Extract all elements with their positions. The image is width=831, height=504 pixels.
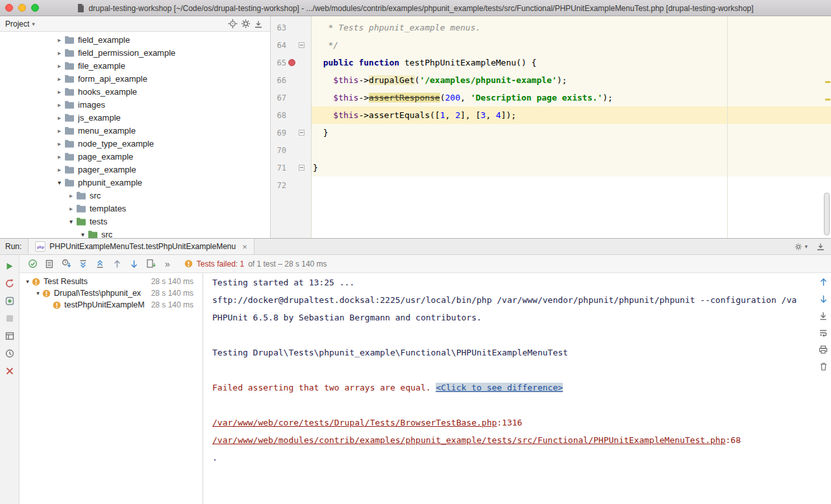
chevron-down-icon[interactable]: ▾ [66, 218, 76, 225]
chevron-down-icon[interactable]: ▾ [23, 278, 32, 285]
console-text: . [212, 453, 217, 462]
code-line-content[interactable] [312, 141, 831, 159]
chevron-right-icon[interactable]: ▸ [55, 101, 64, 108]
code-line-content[interactable]: } [312, 159, 831, 176]
hide-panel-button[interactable] [252, 18, 265, 30]
run-left-toolbar [0, 255, 19, 504]
scroll-to-end-button[interactable] [817, 310, 829, 322]
chevron-right-icon[interactable]: ▸ [55, 127, 64, 134]
code-token: 2 [455, 110, 460, 120]
file-link[interactable]: /var/www/web/core/tests/Drupal/Tests/Bro… [212, 418, 497, 427]
diff-link[interactable]: <Click to see difference> [436, 383, 563, 392]
project-tree-item[interactable]: ▸file_example [0, 59, 270, 72]
project-item-label: menu_example [78, 126, 136, 136]
settings-gear-button[interactable] [239, 18, 252, 30]
project-tree-item[interactable]: ▸page_example [0, 150, 270, 163]
chevron-right-icon[interactable]: ▸ [55, 62, 64, 69]
code-line-content[interactable]: */ [312, 36, 831, 54]
print-button[interactable] [817, 344, 829, 355]
test-tree-item[interactable]: ▾Drupal\Tests\phpunit_ex28 s 140 ms [19, 287, 203, 299]
chevron-right-icon[interactable]: ▸ [55, 166, 64, 173]
chevron-right-icon[interactable]: ▸ [66, 192, 76, 199]
project-tree-item[interactable]: ▸field_permission_example [0, 46, 270, 59]
project-tree-item[interactable]: ▸templates [0, 202, 270, 215]
chevron-right-icon[interactable]: ▸ [55, 140, 64, 147]
code-line: 72 [271, 176, 831, 194]
line-number: 63 [271, 23, 286, 32]
project-tree-item[interactable]: ▾tests [0, 215, 270, 228]
maximize-window-button[interactable] [31, 4, 39, 12]
code-line-content[interactable]: $this->assertEquals([1, 2], [3, 4]); [312, 106, 831, 124]
collapse-all-button[interactable] [92, 256, 108, 272]
close-tab-icon[interactable]: × [242, 242, 247, 252]
project-tree-item[interactable]: ▸form_api_example [0, 72, 270, 85]
project-tree-item[interactable]: ▸pager_example [0, 163, 270, 176]
show-ignored-button[interactable] [42, 256, 57, 272]
chevron-right-icon[interactable]: ▸ [55, 75, 64, 82]
stop-button[interactable] [4, 313, 16, 324]
show-passed-button[interactable] [25, 256, 40, 272]
console-output[interactable]: Testing started at 13:25 ...sftp://docke… [203, 273, 831, 504]
editor-scrollbar[interactable] [824, 193, 830, 235]
clear-console-button[interactable] [817, 361, 829, 372]
code-line-content[interactable]: public function testPhpUnitExampleMenu()… [312, 54, 831, 71]
chevron-right-icon[interactable]: ▸ [55, 36, 64, 43]
project-item-label: field_permission_example [78, 48, 175, 58]
project-tree-item[interactable]: ▸menu_example [0, 124, 270, 137]
chevron-right-icon[interactable]: ▸ [55, 114, 64, 121]
project-tree-item[interactable]: ▾phpunit_example [0, 176, 270, 189]
project-tree-item[interactable]: ▸hooks_example [0, 85, 270, 98]
warning-stripe-mark[interactable] [825, 81, 830, 83]
toolbar-overflow-button[interactable]: » [160, 259, 175, 269]
chevron-down-icon[interactable]: ▾ [34, 290, 42, 296]
file-link[interactable]: /var/www/web/modules/contrib/examples/ph… [212, 435, 726, 445]
chevron-right-icon[interactable]: ▸ [55, 88, 64, 95]
scroll-from-source-button[interactable] [226, 18, 239, 30]
code-line-content[interactable]: * Tests phpunit_example menus. [312, 19, 831, 36]
hide-run-panel-button[interactable] [814, 240, 827, 253]
previous-failed-test-button[interactable] [109, 256, 125, 272]
project-tree-item[interactable]: ▸field_example [0, 33, 270, 46]
close-run-panel-button[interactable] [4, 365, 16, 377]
warning-stripe-mark[interactable] [825, 99, 830, 101]
chevron-right-icon[interactable]: ▸ [66, 205, 76, 212]
project-view-selector[interactable]: Project ▾ [5, 19, 35, 29]
code-token [313, 93, 333, 102]
sort-by-duration-button[interactable] [58, 256, 74, 272]
run-tab[interactable]: php PHPUnitExampleMenuTest.testPhpUnitEx… [28, 239, 254, 254]
minimize-window-button[interactable] [18, 4, 26, 12]
breakpoint-icon[interactable] [288, 59, 295, 66]
test-tree-item[interactable]: ▾Test Results28 s 140 ms [19, 276, 203, 287]
chevron-down-icon[interactable]: ▾ [78, 231, 88, 238]
expand-all-button[interactable] [75, 256, 91, 272]
code-line-content[interactable]: } [312, 124, 831, 141]
code-line-content[interactable] [312, 176, 831, 194]
chevron-down-icon[interactable]: ▾ [55, 179, 64, 186]
restore-layout-button[interactable] [4, 330, 16, 342]
next-failed-test-button[interactable] [126, 256, 142, 272]
chevron-right-icon[interactable]: ▸ [55, 153, 64, 160]
next-occurrence-button[interactable] [817, 293, 829, 305]
project-tree-item[interactable]: ▸src [0, 189, 270, 202]
history-button[interactable] [4, 348, 16, 359]
fold-marker-icon[interactable] [299, 42, 304, 48]
code-line-content[interactable]: $this->drupalGet('/examples/phpunit-exam… [312, 71, 831, 89]
close-window-button[interactable] [5, 4, 13, 12]
code-line-content[interactable]: $this->assertResponse(200, 'Description … [312, 89, 831, 106]
run-settings-gear-button[interactable]: ▾ [795, 240, 808, 253]
rerun-failed-tests-button[interactable] [4, 278, 16, 289]
project-tree-item[interactable]: ▸js_example [0, 111, 270, 124]
toggle-auto-test-button[interactable] [4, 295, 16, 307]
project-tree-item[interactable]: ▾src [0, 228, 270, 238]
soft-wrap-button[interactable] [817, 327, 829, 339]
project-tree-item[interactable]: ▸node_type_example [0, 137, 270, 150]
previous-occurrence-button[interactable] [817, 276, 829, 288]
import-test-results-button[interactable] [143, 256, 158, 272]
test-tree-item[interactable]: testPhpUnitExampleM28 s 140 ms [19, 299, 203, 311]
chevron-right-icon[interactable]: ▸ [55, 49, 64, 56]
fold-marker-icon[interactable] [299, 165, 304, 171]
project-tree-item[interactable]: ▸images [0, 98, 270, 111]
folder-icon [76, 204, 86, 213]
rerun-button[interactable] [4, 260, 16, 272]
fold-marker-icon[interactable] [299, 130, 304, 136]
